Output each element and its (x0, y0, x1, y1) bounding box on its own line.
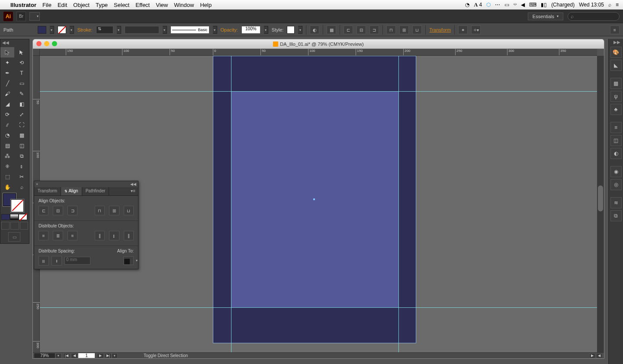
menu-file[interactable]: File (42, 2, 51, 8)
graphic-styles-panel-button[interactable]: ◎ (610, 179, 622, 190)
align-panel-button[interactable]: ▦ (327, 26, 336, 34)
align-bottom-button[interactable]: ⊔ (412, 26, 422, 34)
fill-dropdown[interactable]: ▾ (50, 26, 54, 34)
panel-close-button[interactable]: × (36, 182, 38, 186)
next-artboard-button[interactable]: ▶ (97, 353, 104, 358)
hscroll-right-button[interactable]: ◀ (596, 353, 602, 358)
color-guide-panel-button[interactable]: ◣ (610, 60, 622, 71)
line-tool[interactable]: ╱ (0, 78, 14, 89)
draw-behind-button[interactable] (10, 222, 19, 230)
panel-collapse-button[interactable]: ◀◀ (130, 182, 136, 186)
clock[interactable]: Wed 13:05 (579, 2, 604, 8)
vscroll-thumb[interactable] (598, 185, 603, 211)
draw-inside-button[interactable] (20, 222, 28, 230)
align-hcenter-button[interactable]: ⊟ (356, 26, 366, 34)
zoom-input[interactable]: 79% (34, 353, 55, 358)
vdist-space-button[interactable]: ⫼ (39, 256, 49, 265)
isolate-button[interactable]: ✦ (458, 26, 468, 34)
width-profile-dropdown[interactable] (125, 26, 159, 34)
last-artboard-button[interactable]: ▶| (105, 353, 112, 358)
edit-clip-button[interactable]: ✧▾ (471, 26, 481, 34)
mesh-tool[interactable]: ▤ (0, 140, 14, 151)
guide-top[interactable] (40, 91, 597, 92)
none-mode-button[interactable] (19, 214, 27, 220)
align-top-button[interactable]: ⊓ (386, 26, 396, 34)
arrange-documents-button[interactable] (29, 12, 40, 21)
slice-tool[interactable]: ✂ (15, 172, 29, 182)
stroke-dropdown[interactable]: ▾ (70, 26, 74, 34)
eraser-tool[interactable]: ◧ (15, 99, 29, 109)
app-menu[interactable]: Illustrator (10, 2, 36, 8)
menu-view[interactable]: View (156, 2, 168, 8)
stroke-label[interactable]: Stroke: (77, 27, 93, 32)
symbol-sprayer-tool[interactable]: ⁜ (0, 161, 14, 172)
menu-window[interactable]: Window (174, 2, 194, 8)
status-icon[interactable]: ◔ (465, 2, 469, 8)
vertical-scrollbar[interactable] (597, 56, 604, 352)
adobe-status[interactable]: A A 44 (474, 2, 482, 8)
brush-dropdown[interactable]: Basic (170, 26, 209, 34)
hdist-right-button[interactable]: ‖ (124, 231, 134, 240)
brushes-panel-button[interactable]: ψ (610, 91, 622, 102)
zoom-dropdown[interactable]: ▾ (55, 353, 61, 358)
blob-brush-tool[interactable]: ◢ (0, 99, 14, 109)
menu-object[interactable]: Object (73, 2, 90, 8)
zoom-tool[interactable]: ⌕ (15, 182, 29, 192)
transform-link[interactable]: Transform (429, 27, 451, 32)
guide-right[interactable] (398, 56, 399, 352)
selection-tool[interactable] (0, 47, 14, 57)
search-input[interactable] (568, 12, 620, 21)
spotlight-icon[interactable]: ⌕ (608, 2, 611, 8)
tab-align[interactable]: Align (61, 187, 82, 195)
swatches-panel-button[interactable]: ▦ (610, 78, 622, 89)
tools-collapse-button[interactable]: ◀◀ (2, 40, 9, 45)
width-tool[interactable]: ⫽ (0, 120, 14, 130)
align-left-button[interactable]: ⊏ (344, 26, 353, 34)
opacity-arrow[interactable]: ▾ (264, 26, 268, 34)
recolor-button[interactable]: ◐ (310, 26, 319, 34)
opacity-input[interactable]: 100% (241, 26, 260, 34)
gradient-panel-button[interactable]: ◫ (610, 135, 622, 146)
brush-arrow[interactable]: ▾ (213, 26, 217, 34)
scale-tool[interactable]: ⤢ (15, 109, 29, 120)
stroke-panel-button[interactable]: ≡ (610, 122, 622, 133)
free-transform-tool[interactable]: ⛶ (15, 120, 29, 130)
window-zoom-button[interactable] (52, 41, 57, 46)
menu-type[interactable]: Type (96, 2, 108, 8)
style-arrow[interactable]: ▾ (298, 26, 302, 34)
eyedropper-tool[interactable]: ⁂ (0, 151, 14, 161)
pencil-tool[interactable]: ✎ (15, 89, 29, 99)
column-graph-tool[interactable]: ⫾ (15, 161, 29, 172)
notification-icon[interactable]: ≡ (616, 2, 619, 8)
hand-tool[interactable]: ✋ (0, 182, 14, 192)
valign-bottom-button[interactable]: ⊔ (124, 206, 134, 215)
dropbox-icon[interactable]: ⬡ (486, 2, 491, 8)
align-to-dropdown[interactable]: ▦ (123, 256, 134, 265)
hscroll-left-button[interactable]: ▶ (589, 353, 595, 358)
halign-left-button[interactable]: ⊏ (39, 206, 48, 215)
menu-help[interactable]: Help (200, 2, 212, 8)
menu-select[interactable]: Select (114, 2, 129, 8)
stroke-weight-input[interactable]: ⇅ (96, 26, 113, 34)
tab-transform[interactable]: Transform (34, 187, 61, 195)
prev-artboard-button[interactable]: ◀ (71, 353, 78, 358)
wifi-icon[interactable]: ⌔ (514, 2, 517, 8)
appearance-panel-button[interactable]: ◉ (610, 166, 622, 177)
window-minimize-button[interactable] (44, 41, 49, 46)
battery-icon[interactable]: ▮▯ (541, 2, 547, 8)
halign-center-button[interactable]: ⊟ (53, 206, 63, 215)
screen-mode-button[interactable]: ▭ (8, 232, 20, 242)
hdist-space-button[interactable]: ⫾ (51, 256, 62, 265)
color-mode-button[interactable] (1, 214, 10, 220)
align-right-button[interactable]: ⊐ (369, 26, 379, 34)
display-icon[interactable]: ▭ (504, 2, 509, 8)
pen-tool[interactable]: ✒ (0, 68, 14, 78)
first-artboard-button[interactable]: |◀ (63, 353, 70, 358)
control-bar-menu[interactable]: ≡ (610, 26, 620, 34)
artboard-number-input[interactable]: 1 (78, 353, 95, 358)
stroke-color-swatch[interactable] (11, 199, 24, 212)
lasso-tool[interactable]: ⟲ (15, 57, 29, 68)
color-panel-button[interactable]: 🎨 (610, 47, 622, 58)
stroke-weight-dropdown[interactable]: ▾ (117, 26, 121, 34)
symbols-panel-button[interactable]: ♣ (610, 104, 622, 115)
